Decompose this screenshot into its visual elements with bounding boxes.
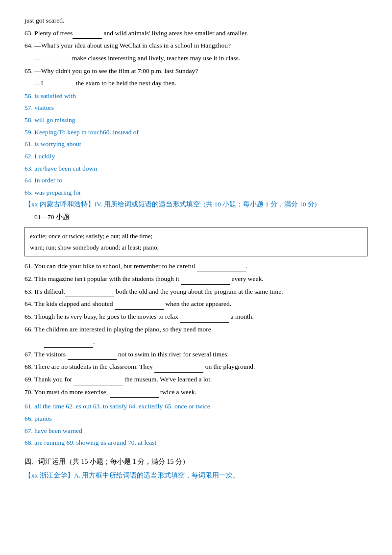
answer-58: 58. will go missing [24, 114, 368, 126]
section4-header: 四、词汇运用（共 15 小题；每小题 1 分，满分 15 分） [24, 455, 368, 468]
answer-64: 64. In order to [24, 175, 368, 186]
fill-q-65: 65. Though he is very busy, he goes to t… [24, 311, 368, 323]
answer-63: 63. are/have been cut down [24, 163, 368, 175]
answer-65: 65. was preparing for [24, 187, 368, 199]
fill-q-66: 66. The children are interested in playi… [24, 324, 368, 335]
fill-q-68: 68. There are no students in the classro… [24, 361, 368, 373]
fill-q-64: 64. The kids clapped and shouted when th… [24, 298, 368, 310]
fill-q-66-blank: . [24, 336, 368, 348]
fill-q-63: 63. It's difficult both the old and the … [24, 286, 368, 298]
fill-q-61: 61. You can ride your bike to school, bu… [24, 260, 368, 272]
answer-62: 62. Luckily [24, 151, 368, 162]
fill-q-70: 70. You must do more exercise, twice a w… [24, 386, 368, 398]
fill-q-62: 62. This magazine isn't popular with the… [24, 273, 368, 285]
answers-67: 67. have been warned [24, 425, 368, 437]
fill-q-67: 67. The visitors not to swim in this riv… [24, 349, 368, 360]
section4-sub: 【xx 浙江金华】A. 用方框中所给词语的适当形式填空，每词限用一次。 [24, 470, 368, 481]
subsection-range: 61—70 小题 [24, 211, 368, 223]
section-iv-header: 【xx 内蒙古呼和浩特】IV. 用所给词或短语的适当形式填空: (共 10 小题… [24, 199, 368, 210]
answer-61: 61. is worrying about [24, 138, 368, 150]
intro-line-0: just got scared. [24, 15, 368, 26]
answer-59: 59. Keeping/To keep in touch60. instead … [24, 126, 368, 138]
intro-line-4: 65. —Why didn't you go to see the film a… [24, 65, 368, 77]
intro-line-1: 63. Plenty of trees and wild animals' li… [24, 27, 368, 39]
answer-57: 57. visitors [24, 102, 368, 114]
answers-61-65: 61. all the time 62. es out 63. to satis… [24, 401, 368, 412]
answer-56: 56. is satisfied with [24, 90, 368, 102]
fill-q-69: 69. Thank you for the museum. We've lear… [24, 374, 368, 385]
intro-line-2: 64. —What's your idea about using WeChat… [24, 40, 368, 51]
word-box-line1: excite; once or twice; satisfy; e out; a… [30, 230, 362, 242]
answers-66: 66. pianos [24, 413, 368, 425]
main-content: just got scared. 63. Plenty of trees and… [24, 15, 368, 481]
answers-68-70: 68. are running 69. showing us around 70… [24, 437, 368, 449]
intro-line-5: —I the exam to be held the next day then… [24, 77, 368, 89]
word-box: excite; once or twice; satisfy; e out; a… [24, 227, 368, 257]
intro-line-3: — make classes interesting and lively, t… [24, 52, 368, 64]
word-box-line2: warn; run; show somebody around; at leas… [30, 242, 362, 253]
